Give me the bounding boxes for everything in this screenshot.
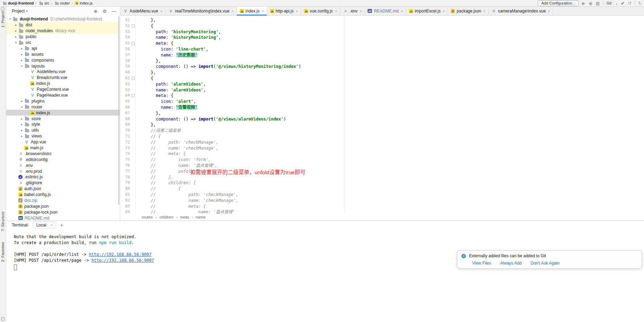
tree-item[interactable]: {}package-lock.json <box>6 209 120 215</box>
breadcrumb-item[interactable]: JSindex.js <box>74 1 92 5</box>
tree-chevron-icon[interactable]: ▾ <box>19 105 24 109</box>
tree-item[interactable]: ▾duoji-frontendD:\zheheWeb\duoji-fronten… <box>6 16 120 22</box>
editor-breadcrumb-item[interactable]: meta <box>180 215 189 219</box>
gear-icon[interactable]: ⚙ <box>103 9 107 14</box>
close-icon[interactable]: × <box>360 9 362 13</box>
tree-chevron-icon[interactable]: ▸ <box>19 99 24 103</box>
tree-item[interactable]: ▸dist <box>6 22 120 28</box>
editor-tab[interactable]: {}package.json× <box>448 7 488 15</box>
tree-item[interactable]: ▸api <box>6 45 120 51</box>
tree-item[interactable]: ▾router <box>6 104 120 110</box>
tree-item[interactable]: ≡.env.prod <box>6 168 120 174</box>
tree-item[interactable]: ▸utils <box>6 127 120 133</box>
tree-item[interactable]: ▸plugins <box>6 98 120 104</box>
tree-item[interactable]: ▸views <box>6 133 120 139</box>
tree-chevron-icon[interactable]: ▾ <box>14 41 18 44</box>
tree-chevron-icon[interactable]: ▾ <box>19 64 24 68</box>
fold-marker[interactable] <box>132 42 135 45</box>
close-icon[interactable]: × <box>443 9 445 13</box>
run-icon[interactable]: ▶ <box>582 1 585 6</box>
tree-item[interactable]: JSindex.js <box>6 81 120 87</box>
history-icon[interactable]: ↻ <box>638 1 642 6</box>
notification-action[interactable]: View Files <box>472 261 491 266</box>
notification-action[interactable]: Don't Ask Again <box>531 261 560 266</box>
git-commit-icon[interactable]: ✔ <box>621 1 625 6</box>
git-revert-icon[interactable]: ↺ <box>628 1 632 6</box>
tree-item[interactable]: JSmain.js <box>6 145 120 151</box>
editor-breadcrumb-item[interactable]: routes <box>142 215 153 219</box>
git-update-icon[interactable]: ↓ <box>616 1 618 6</box>
tree-item[interactable]: ▸components <box>6 57 120 63</box>
breadcrumb-item[interactable]: src <box>38 1 50 5</box>
hide-panel-icon[interactable]: — <box>112 9 116 14</box>
tree-item[interactable]: ≡.browserslistrc <box>6 151 120 156</box>
locate-icon[interactable]: ⊕ <box>94 9 97 14</box>
tree-item[interactable]: VApp.vue <box>6 139 120 145</box>
tree-chevron-icon[interactable]: ▸ <box>19 128 24 132</box>
tree-item[interactable]: ▸style <box>6 122 120 127</box>
tree-item[interactable]: ▾layouts <box>6 63 120 69</box>
tree-chevron-icon[interactable]: ▸ <box>19 134 24 138</box>
close-icon[interactable]: × <box>401 9 403 13</box>
tree-chevron-icon[interactable]: ▸ <box>14 29 18 33</box>
tree-item[interactable]: {}auth.json <box>6 186 120 192</box>
tree-item[interactable]: ▾src <box>6 40 120 46</box>
tree-item[interactable]: VPageHeader.vue <box>6 92 120 98</box>
tree-item[interactable]: {}package.json <box>6 204 120 209</box>
fold-marker[interactable] <box>132 94 135 97</box>
tree-item[interactable]: VBreadcrumb.vue <box>6 75 120 81</box>
tree-item[interactable]: ▸assets <box>6 51 120 57</box>
tree-item[interactable]: e.eslintrc.js <box>6 174 120 180</box>
close-icon[interactable]: × <box>296 9 298 13</box>
terminal-link[interactable]: http://192.168.66.56:9007 <box>89 252 152 257</box>
tree-item[interactable]: ▸node_moduleslibrary root <box>6 28 120 34</box>
editor-tab[interactable]: JSvue.config.js× <box>301 7 340 15</box>
tree-chevron-icon[interactable]: ▸ <box>14 35 18 38</box>
add-configuration-button[interactable]: Add Configuration... <box>538 0 579 6</box>
editor-tab[interactable]: VAsideMenu.vue× <box>120 7 166 15</box>
tree-chevron-icon[interactable]: ▸ <box>19 117 24 120</box>
close-icon[interactable]: × <box>160 9 162 13</box>
tree-item[interactable]: Zdist.zip <box>6 198 120 204</box>
breadcrumb-item[interactable]: router <box>54 1 70 5</box>
editor-tab[interactable]: ≡.env× <box>340 7 365 15</box>
close-icon[interactable]: × <box>231 9 233 13</box>
editor-tab[interactable]: VrealTimeMonitoring\index.vue× <box>166 7 237 15</box>
editor-tab[interactable]: JSimportExcel.js× <box>406 7 448 15</box>
tree-chevron-icon[interactable]: ▸ <box>14 23 18 27</box>
fold-marker[interactable] <box>132 25 135 28</box>
new-terminal-tab-icon[interactable]: + <box>60 222 63 228</box>
editor-tab[interactable]: JShttp-api.js× <box>267 7 301 15</box>
tree-item[interactable]: JSbabel.config.js <box>6 192 120 198</box>
tree-item[interactable]: MDREADME.md <box>6 215 120 221</box>
tree-chevron-icon[interactable]: ▸ <box>19 59 24 62</box>
tree-item[interactable]: VPageContent.vue <box>6 87 120 92</box>
editor-tab[interactable]: MDREADME.md× <box>365 7 406 15</box>
editor-tab[interactable]: JSindex.js× <box>237 7 267 15</box>
close-icon[interactable]: × <box>548 9 550 13</box>
tree-item[interactable]: VAsideMenu.vue <box>6 69 120 75</box>
tool-window-icon[interactable] <box>1 317 5 321</box>
tree-item[interactable]: ▸store <box>6 116 120 122</box>
editor-breadcrumb-item[interactable]: name <box>196 215 206 219</box>
sidebar-item-structure[interactable]: 7: Structure <box>1 212 5 231</box>
tree-item[interactable]: ▸public <box>6 34 120 40</box>
debug-icon[interactable]: ◉ <box>589 1 592 6</box>
tree-item[interactable]: ⚙.editorconfig <box>6 156 120 162</box>
tree-item[interactable]: ≡.env <box>6 162 120 168</box>
close-icon[interactable]: × <box>483 9 485 13</box>
editor-tab[interactable]: VcameraManage\index.vue× <box>488 7 553 15</box>
sidebar-item-favorites[interactable]: 2: Favorites <box>1 242 5 262</box>
tree-chevron-icon[interactable]: ▸ <box>19 53 24 56</box>
tree-chevron-icon[interactable]: ▾ <box>8 17 12 21</box>
breadcrumb-item[interactable]: duoji-frontend <box>2 1 34 5</box>
close-icon[interactable]: × <box>262 9 264 13</box>
tree-chevron-icon[interactable]: ▸ <box>19 123 24 126</box>
project-panel-title[interactable]: Project <box>12 9 25 14</box>
sidebar-item-project[interactable]: 1: Project <box>1 11 5 27</box>
fold-marker[interactable] <box>132 77 135 80</box>
coverage-icon[interactable]: ▦ <box>596 1 600 6</box>
scrollbar-thumb[interactable] <box>118 16 120 205</box>
tool-window-icon[interactable] <box>1 7 5 11</box>
tree-item[interactable]: ≡.gitignore <box>6 180 120 186</box>
